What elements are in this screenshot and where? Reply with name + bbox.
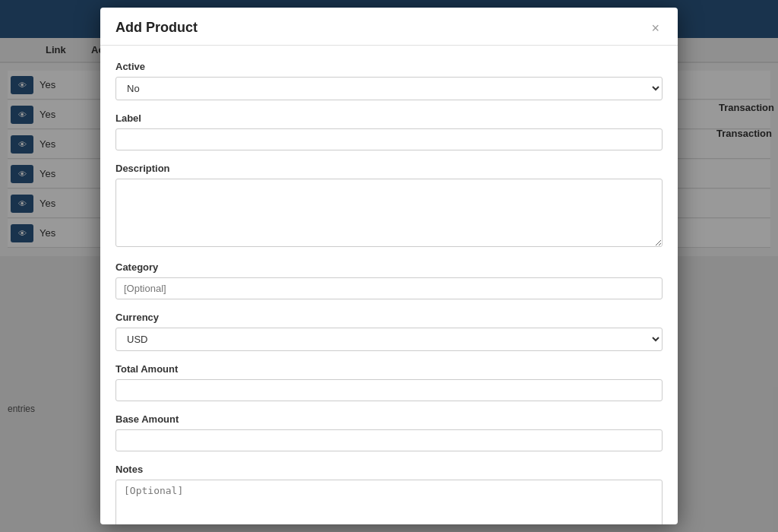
- label-field-group: Label: [115, 112, 663, 150]
- add-product-modal: Add Product × Active No Yes Label Descri…: [100, 8, 678, 524]
- total-amount-field-group: Total Amount: [115, 363, 663, 401]
- description-textarea[interactable]: [115, 179, 663, 247]
- label-input[interactable]: [115, 128, 663, 150]
- total-amount-input[interactable]: [115, 379, 663, 401]
- active-field-group: Active No Yes: [115, 61, 663, 100]
- currency-field-group: Currency USD EUR GBP: [115, 312, 663, 351]
- description-field-group: Description: [115, 163, 663, 249]
- base-amount-field-group: Base Amount: [115, 413, 663, 451]
- notes-label: Notes: [115, 464, 663, 475]
- base-amount-input[interactable]: [115, 429, 663, 451]
- modal-overlay: Add Product × Active No Yes Label Descri…: [0, 0, 778, 532]
- description-label: Description: [115, 163, 663, 174]
- category-field-group: Category: [115, 261, 663, 299]
- active-select[interactable]: No Yes: [115, 77, 663, 100]
- modal-header: Add Product ×: [100, 8, 678, 46]
- modal-body: Active No Yes Label Description Category: [100, 46, 678, 524]
- label-label: Label: [115, 112, 663, 124]
- currency-select[interactable]: USD EUR GBP: [115, 328, 663, 351]
- total-amount-label: Total Amount: [115, 363, 663, 375]
- category-input[interactable]: [115, 277, 663, 299]
- category-label: Category: [115, 261, 663, 273]
- modal-title: Add Product: [115, 20, 198, 36]
- active-label: Active: [115, 61, 663, 72]
- currency-label: Currency: [115, 312, 663, 323]
- close-button[interactable]: ×: [648, 21, 663, 35]
- base-amount-label: Base Amount: [115, 413, 663, 425]
- notes-field-group: Notes: [115, 464, 663, 524]
- notes-textarea[interactable]: [115, 480, 663, 524]
